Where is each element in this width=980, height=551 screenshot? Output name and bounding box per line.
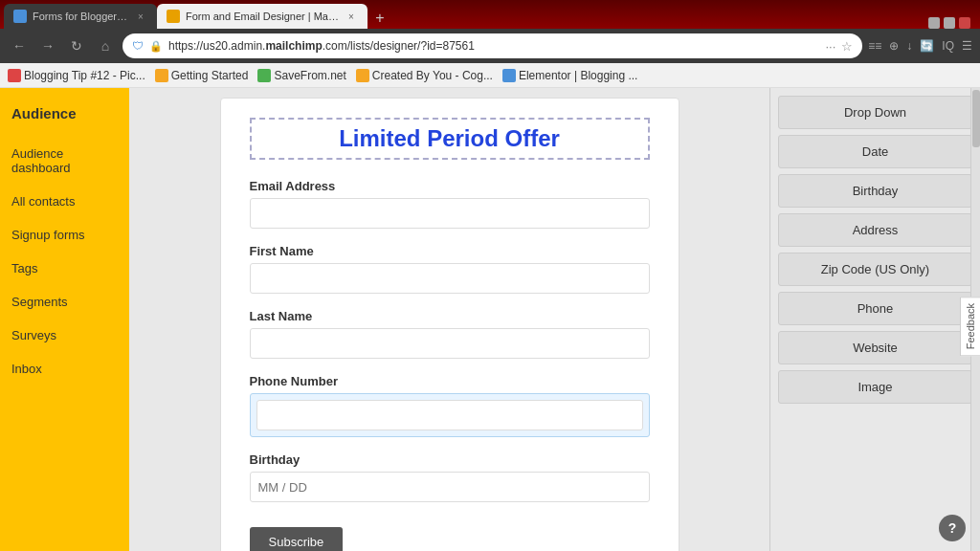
content-area: Limited Period Offer Email Address First… [129, 88, 980, 551]
menu-icon[interactable]: ☰ [962, 39, 972, 53]
panel-btn-birthday[interactable]: Birthday [778, 174, 972, 208]
tab-inactive[interactable]: Forms for Blogger VJ | N... × [4, 4, 157, 29]
lock-icon: 🔒 [149, 40, 163, 53]
input-first-name[interactable] [250, 263, 650, 294]
forward-button[interactable]: → [36, 34, 59, 57]
panel-btn-date[interactable]: Date [778, 135, 972, 168]
profile-icon: ⊕ [889, 39, 899, 53]
maximize-icon[interactable] [944, 17, 955, 29]
label-last-name: Last Name [250, 309, 650, 323]
right-panel: Drop Down Date Birthday Address Zip Code… [769, 88, 980, 551]
tab-favicon-1 [13, 10, 27, 23]
sidebar: Audience Audience dashboard All contacts… [0, 88, 129, 551]
bookmark-savefrom[interactable]: SaveFrom.net [257, 69, 345, 82]
panel-btn-dropdown[interactable]: Drop Down [778, 96, 972, 129]
menu-dots-icon: ··· [825, 39, 835, 54]
gmail-icon [8, 69, 21, 82]
label-first-name: First Name [250, 244, 650, 258]
bookmark-label-elementor: Elementor | Blogging ... [519, 69, 638, 82]
field-phone: Phone Number hidden hidden hidden hidden… [250, 374, 650, 437]
field-email: Email Address [250, 179, 650, 229]
main-layout: Audience Audience dashboard All contacts… [0, 88, 980, 551]
form-box: Limited Period Offer Email Address First… [220, 98, 679, 551]
sidebar-item-segments[interactable]: Segments [0, 285, 129, 319]
home-button[interactable]: ⌂ [94, 34, 117, 57]
sidebar-item-surveys[interactable]: Surveys [0, 319, 129, 352]
url-prefix: https://us20.admin. [168, 39, 265, 53]
minimize-icon[interactable] [928, 17, 940, 29]
tab-favicon-2 [167, 10, 180, 23]
input-birthday[interactable] [250, 472, 650, 502]
panel-btn-website[interactable]: Website [778, 331, 972, 364]
bookmark-label-savefrom: SaveFrom.net [274, 69, 345, 82]
bookmark-label-getting-started: Getting Started [171, 69, 249, 82]
address-bar[interactable]: 🛡 🔒 https://us20.admin.mailchimp.com/lis… [122, 33, 862, 58]
extensions-icon: ≡≡ [868, 39, 881, 53]
sidebar-item-audience-dashboard[interactable]: Audience dashboard [0, 137, 129, 185]
url-display: https://us20.admin.mailchimp.com/lists/d… [168, 39, 819, 53]
bookmark-icon[interactable]: ☆ [841, 39, 853, 54]
input-email[interactable] [250, 198, 650, 229]
back-button[interactable]: ← [8, 34, 31, 57]
close-icon[interactable] [959, 17, 970, 29]
tab-label-1: Forms for Blogger VJ | N... [33, 11, 128, 22]
sidebar-item-all-contacts[interactable]: All contacts [0, 185, 129, 218]
field-last-name: Last Name [250, 309, 650, 359]
panel-btn-address[interactable]: Address [778, 213, 972, 247]
address-bar-row: ← → ↻ ⌂ 🛡 🔒 https://us20.admin.mailchimp… [0, 29, 980, 63]
url-suffix: .com/lists/designer/?id=87561 [323, 39, 475, 53]
field-birthday: Birthday [250, 452, 650, 502]
panel-btn-zipcode[interactable]: Zip Code (US Only) [778, 253, 972, 286]
sidebar-title: Audience [0, 98, 129, 137]
bookmark-elementor[interactable]: Elementor | Blogging ... [502, 69, 638, 82]
addr-icons: ··· ☆ [825, 39, 853, 54]
form-title: Limited Period Offer [250, 118, 650, 160]
sidebar-item-inbox[interactable]: Inbox [0, 352, 129, 386]
help-button[interactable]: ? [939, 515, 966, 541]
getting-started-icon [155, 69, 168, 82]
field-first-name: First Name [250, 244, 650, 294]
browser-chrome: Forms for Blogger VJ | N... × Form and E… [0, 0, 980, 88]
sync-icon: 🔄 [920, 39, 934, 53]
label-birthday: Birthday [250, 452, 650, 467]
tab-label-2: Form and Email Designer | Mai... [186, 11, 339, 22]
feedback-tab[interactable]: Feedback [960, 297, 980, 356]
tab-active[interactable]: Form and Email Designer | Mai... × [157, 4, 368, 29]
tab-bar: Forms for Blogger VJ | N... × Form and E… [0, 0, 980, 29]
bookmark-label-gmail: Blogging Tip #12 - Pic... [24, 69, 145, 82]
panel-btn-image[interactable]: Image [778, 370, 972, 404]
toolbar-right: ≡≡ ⊕ ↓ 🔄 IQ ☰ [868, 39, 972, 53]
bookmark-created-by-you[interactable]: Created By You - Cog... [356, 69, 493, 82]
refresh-button[interactable]: ↻ [65, 34, 88, 57]
label-phone: Phone Number [250, 374, 650, 388]
subscribe-button[interactable]: Subscribe [250, 527, 344, 551]
bookmark-gmail[interactable]: Blogging Tip #12 - Pic... [8, 69, 145, 82]
iq-icon: IQ [942, 39, 954, 53]
shield-icon: 🛡 [132, 39, 144, 53]
label-email: Email Address [250, 179, 650, 193]
scrollbar-thumb[interactable] [972, 90, 980, 147]
bookmark-label-created-by-you: Created By You - Cog... [372, 69, 493, 82]
tab-close-1[interactable]: × [134, 10, 147, 23]
input-last-name[interactable] [250, 328, 650, 359]
created-by-you-icon [356, 69, 369, 82]
savefrom-icon [257, 69, 271, 82]
bookmarks-bar: Blogging Tip #12 - Pic... Getting Starte… [0, 63, 980, 88]
new-tab-button[interactable]: + [368, 8, 392, 29]
phone-field-wrapper: hidden hidden hidden hidden hidden [250, 393, 650, 437]
sidebar-item-tags[interactable]: Tags [0, 252, 129, 285]
url-domain: mailchimp [265, 39, 322, 53]
form-container: Limited Period Offer Email Address First… [129, 88, 769, 551]
download-icon: ↓ [906, 39, 912, 53]
sidebar-item-signup-forms[interactable]: Signup forms [0, 218, 129, 252]
bookmark-getting-started[interactable]: Getting Started [155, 69, 249, 82]
tab-close-2[interactable]: × [345, 10, 358, 23]
elementor-icon [502, 69, 516, 82]
input-phone[interactable] [256, 400, 643, 430]
panel-btn-phone[interactable]: Phone [778, 292, 972, 325]
